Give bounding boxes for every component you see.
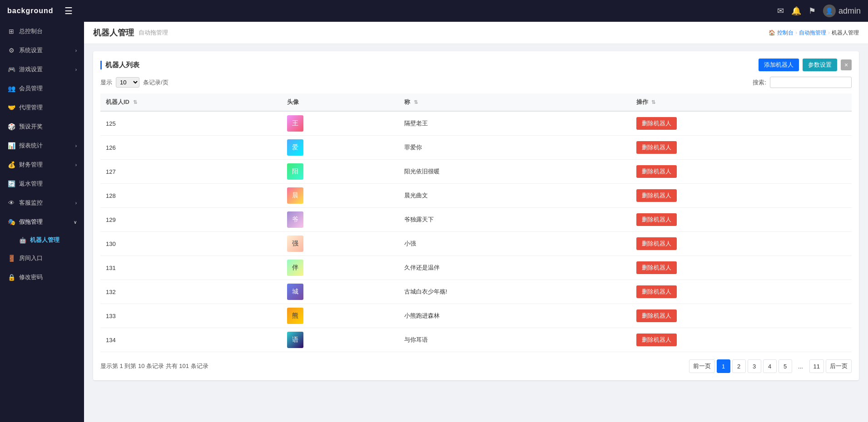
- table-row: 128 晨 晨光曲文 删除机器人: [100, 184, 852, 208]
- breadcrumb-dashboard[interactable]: 控制台: [777, 29, 794, 37]
- notification-icon[interactable]: 🔔: [791, 6, 801, 16]
- delete-robot-button[interactable]: 删除机器人: [636, 141, 677, 154]
- sidebar-item-system-settings[interactable]: ⚙ 系统设置 ›: [0, 41, 84, 60]
- delete-robot-button[interactable]: 删除机器人: [636, 189, 677, 202]
- home-icon: 🏠: [769, 29, 775, 36]
- col-avatar: 头像: [282, 93, 399, 111]
- search-input[interactable]: [770, 77, 852, 88]
- add-robot-button[interactable]: 添加机器人: [759, 59, 799, 71]
- table-row: 129 爷 爷独露天下 删除机器人: [100, 208, 852, 232]
- cell-avatar: 熊: [282, 304, 399, 328]
- sidebar-item-dashboard[interactable]: ⊞ 总控制台: [0, 22, 84, 41]
- cell-id: 134: [100, 328, 282, 352]
- sidebar-item-room[interactable]: 🚪 房间入口: [0, 249, 84, 268]
- password-icon: 🔒: [7, 274, 15, 281]
- cell-avatar: 王: [282, 111, 399, 136]
- breadcrumb-auto[interactable]: 自动拖管理: [799, 29, 826, 37]
- sidebar-item-customer-monitor[interactable]: 👁 客服监控 ›: [0, 193, 84, 212]
- sidebar-label-robot: 机器人管理: [30, 236, 60, 244]
- sidebar-item-fake-management[interactable]: 🎭 假拖管理 ∨: [0, 212, 84, 231]
- next-page-button[interactable]: 后一页: [826, 359, 852, 373]
- cell-id: 126: [100, 136, 282, 160]
- page-5-button[interactable]: 5: [779, 359, 792, 373]
- delete-robot-button[interactable]: 删除机器人: [636, 261, 677, 274]
- page-1-button[interactable]: 1: [717, 359, 730, 373]
- col-action: 操作 ⇅: [631, 93, 852, 111]
- sidebar-label-system-settings: 系统设置: [19, 46, 43, 54]
- room-icon: 🚪: [7, 255, 15, 262]
- mail-icon[interactable]: ✉: [777, 6, 784, 16]
- delete-robot-button[interactable]: 删除机器人: [636, 237, 677, 250]
- delete-robot-button[interactable]: 删除机器人: [636, 165, 677, 178]
- page-11-button[interactable]: 11: [809, 359, 824, 373]
- main-layout: ⊞ 总控制台 ⚙ 系统设置 › 🎮 游戏设置 › 👥 会员管理: [0, 22, 868, 422]
- sidebar-item-member[interactable]: 👥 会员管理: [0, 79, 84, 98]
- cell-action: 删除机器人: [631, 256, 852, 280]
- page-title: 机器人管理: [93, 27, 134, 38]
- cell-avatar: 阳: [282, 160, 399, 184]
- sort-name-icon: ⇅: [414, 99, 418, 105]
- sidebar-label-room: 房间入口: [19, 254, 43, 262]
- avatar-img: 熊: [287, 308, 303, 324]
- close-button[interactable]: ×: [841, 59, 852, 70]
- sidebar-label-password: 修改密码: [19, 273, 43, 281]
- cell-name: 罪爱你: [399, 136, 631, 160]
- sidebar-item-robot-management[interactable]: 🤖 机器人管理: [0, 231, 84, 249]
- page-subtitle: 自动拖管理: [139, 29, 168, 37]
- robot-card: 机器人列表 添加机器人 参数设置 × 显示 10 25 50: [93, 51, 859, 380]
- sidebar-label-rebate: 返水管理: [19, 180, 43, 188]
- sidebar-label-fake-management: 假拖管理: [19, 218, 43, 226]
- user-menu[interactable]: 👤 admin: [823, 5, 861, 17]
- cell-id: 129: [100, 208, 282, 232]
- hamburger-button[interactable]: ☰: [64, 5, 73, 16]
- sidebar-item-agent[interactable]: 🤝 代理管理: [0, 98, 84, 117]
- delete-robot-button[interactable]: 删除机器人: [636, 213, 677, 226]
- card-header: 机器人列表 添加机器人 参数设置 ×: [100, 59, 852, 71]
- delete-robot-button[interactable]: 删除机器人: [636, 334, 677, 346]
- col-name: 称 ⇅: [399, 93, 631, 111]
- cell-name: 小强: [399, 232, 631, 256]
- agent-icon: 🤝: [7, 104, 15, 111]
- content-area: 机器人列表 添加机器人 参数设置 × 显示 10 25 50: [84, 44, 868, 422]
- page-4-button[interactable]: 4: [763, 359, 777, 373]
- dashboard-icon: ⊞: [7, 28, 15, 35]
- page-3-button[interactable]: 3: [748, 359, 761, 373]
- delete-robot-button[interactable]: 删除机器人: [636, 285, 677, 298]
- table-row: 133 熊 小熊跑进森林 删除机器人: [100, 304, 852, 328]
- prev-page-button[interactable]: 前一页: [689, 359, 715, 373]
- sidebar-item-report[interactable]: 📊 报表统计 ›: [0, 136, 84, 155]
- cell-action: 删除机器人: [631, 208, 852, 232]
- avatar-img: 王: [287, 115, 303, 132]
- sidebar-item-rebate[interactable]: 🔄 返水管理: [0, 174, 84, 193]
- cell-id: 128: [100, 184, 282, 208]
- card-actions: 添加机器人 参数设置 ×: [759, 59, 852, 71]
- rebate-icon: 🔄: [7, 180, 15, 187]
- sidebar-label-finance: 财务管理: [19, 161, 43, 169]
- breadcrumb: 🏠 控制台 › 自动拖管理 › 机器人管理: [769, 29, 859, 37]
- chevron-right-icon-4: ›: [75, 162, 77, 167]
- page-2-button[interactable]: 2: [732, 359, 746, 373]
- delete-robot-button[interactable]: 删除机器人: [636, 309, 677, 322]
- show-label: 显示: [100, 79, 112, 87]
- avatar: 👤: [823, 5, 836, 17]
- per-page-select[interactable]: 10 25 50 100: [116, 77, 139, 88]
- delete-robot-button[interactable]: 删除机器人: [636, 117, 677, 130]
- finance-icon: 💰: [7, 161, 15, 168]
- avatar-img: 爱: [287, 139, 303, 156]
- sidebar-item-password[interactable]: 🔒 修改密码: [0, 268, 84, 287]
- brand-logo: background: [7, 7, 54, 15]
- sidebar: ⊞ 总控制台 ⚙ 系统设置 › 🎮 游戏设置 › 👥 会员管理: [0, 22, 84, 422]
- table-header-row: 机器人ID ⇅ 头像 称 ⇅ 操作 ⇅: [100, 93, 852, 111]
- cell-action: 删除机器人: [631, 111, 852, 136]
- table-row: 127 阳 阳光依旧很暖 删除机器人: [100, 160, 852, 184]
- avatar-img: 阳: [287, 163, 303, 180]
- param-settings-button[interactable]: 参数设置: [803, 59, 837, 71]
- flag-icon[interactable]: ⚑: [808, 6, 816, 16]
- sidebar-item-finance[interactable]: 💰 财务管理 ›: [0, 155, 84, 174]
- chevron-down-icon: ∨: [74, 220, 77, 225]
- cell-action: 删除机器人: [631, 184, 852, 208]
- sidebar-item-preset-lottery[interactable]: 🎲 预设开奖: [0, 117, 84, 136]
- sidebar-item-game-settings[interactable]: 🎮 游戏设置 ›: [0, 60, 84, 79]
- sidebar-label-customer-monitor: 客服监控: [19, 199, 43, 207]
- breadcrumb-sep2: ›: [828, 29, 830, 36]
